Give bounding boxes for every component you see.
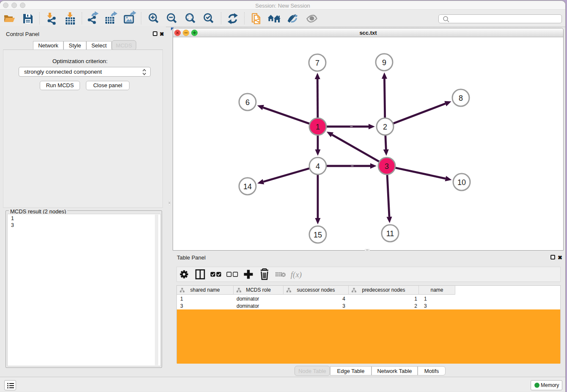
svg-text:6: 6 [245, 98, 250, 107]
svg-text:4: 4 [316, 162, 320, 171]
svg-text:10: 10 [457, 178, 466, 187]
svg-text:3: 3 [385, 162, 389, 171]
svg-text:7: 7 [315, 59, 319, 67]
svg-text:11: 11 [386, 229, 394, 238]
svg-text:1: 1 [316, 123, 320, 131]
svg-text:15: 15 [314, 231, 322, 239]
svg-text:8: 8 [459, 94, 463, 102]
svg-text:9: 9 [382, 58, 386, 67]
svg-text:14: 14 [243, 182, 252, 191]
svg-text:f(x): f(x) [291, 270, 302, 279]
svg-text:2: 2 [383, 123, 387, 131]
